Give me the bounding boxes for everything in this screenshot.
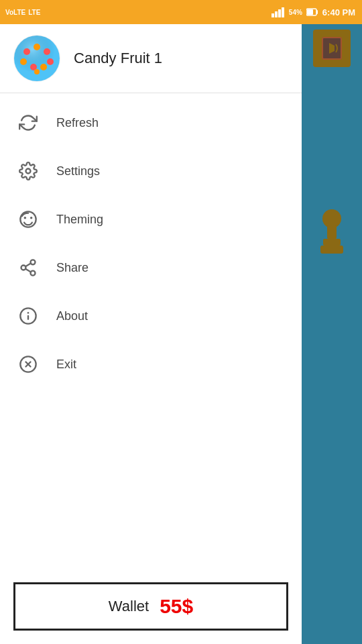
svg-rect-6 xyxy=(307,9,313,15)
svg-point-12 xyxy=(20,58,27,65)
theming-label: Theming xyxy=(56,213,103,227)
svg-line-25 xyxy=(25,264,31,267)
status-bar-left: VoLTE LTE xyxy=(5,9,40,16)
svg-point-19 xyxy=(24,217,27,219)
menu-item-refresh[interactable]: Refresh xyxy=(0,99,302,147)
svg-point-9 xyxy=(23,48,30,55)
carrier-text: VoLTE xyxy=(5,9,25,16)
speaker-icon xyxy=(320,36,344,60)
menu-item-theming[interactable]: Theming xyxy=(0,195,302,244)
svg-point-11 xyxy=(44,48,50,55)
main-layout: Candy Fruit 1 Refresh xyxy=(0,24,362,644)
refresh-icon xyxy=(16,111,40,135)
svg-rect-2 xyxy=(278,9,281,17)
settings-label: Settings xyxy=(56,164,100,178)
wallet-box: Wallet 55$ xyxy=(13,582,288,631)
about-label: About xyxy=(56,309,88,323)
wallet-amount: 55$ xyxy=(160,595,193,618)
svg-point-20 xyxy=(30,217,33,219)
svg-rect-38 xyxy=(323,239,341,246)
svg-point-14 xyxy=(40,64,47,70)
svg-rect-1 xyxy=(275,11,278,17)
status-bar: VoLTE LTE 54% 6:40 PM xyxy=(0,0,362,24)
app-icon-svg xyxy=(13,35,60,82)
svg-line-24 xyxy=(25,269,31,272)
chess-piece-icon xyxy=(315,205,349,259)
app-title: Candy Fruit 1 xyxy=(74,50,162,67)
left-panel: Candy Fruit 1 Refresh xyxy=(0,24,302,644)
signal-icon xyxy=(272,7,285,17)
battery-text: 54% xyxy=(289,9,302,16)
share-icon xyxy=(16,256,40,280)
svg-rect-3 xyxy=(282,7,284,17)
exit-label: Exit xyxy=(56,358,76,372)
menu-item-settings[interactable]: Settings xyxy=(0,147,302,195)
menu-list: Refresh Settings xyxy=(0,93,302,576)
share-label: Share xyxy=(56,261,88,275)
svg-rect-39 xyxy=(320,246,343,254)
svg-rect-37 xyxy=(327,225,337,239)
svg-rect-0 xyxy=(272,13,274,17)
refresh-label: Refresh xyxy=(56,116,99,130)
menu-item-exit[interactable]: Exit xyxy=(0,340,302,388)
svg-point-36 xyxy=(322,209,341,228)
svg-point-10 xyxy=(34,44,40,50)
app-header: Candy Fruit 1 xyxy=(0,24,302,93)
svg-point-15 xyxy=(47,58,54,65)
about-icon xyxy=(16,304,40,328)
menu-item-share[interactable]: Share xyxy=(0,244,302,292)
right-panel xyxy=(302,24,362,644)
time-text: 6:40 PM xyxy=(322,7,355,17)
wallet-label: Wallet xyxy=(109,598,149,615)
settings-icon xyxy=(16,159,40,183)
svg-point-16 xyxy=(34,69,40,74)
app-icon xyxy=(13,35,60,82)
svg-point-17 xyxy=(26,169,31,174)
exit-icon xyxy=(16,352,40,376)
status-bar-right: 54% 6:40 PM xyxy=(272,7,355,17)
svg-point-29 xyxy=(27,312,29,313)
lte-text: LTE xyxy=(28,9,40,16)
speaker-icon-container[interactable] xyxy=(313,30,351,67)
chess-piece-container xyxy=(302,205,362,259)
battery-icon xyxy=(306,7,318,17)
svg-rect-5 xyxy=(316,10,318,14)
theming-icon xyxy=(16,207,40,231)
menu-item-about[interactable]: About xyxy=(0,292,302,340)
